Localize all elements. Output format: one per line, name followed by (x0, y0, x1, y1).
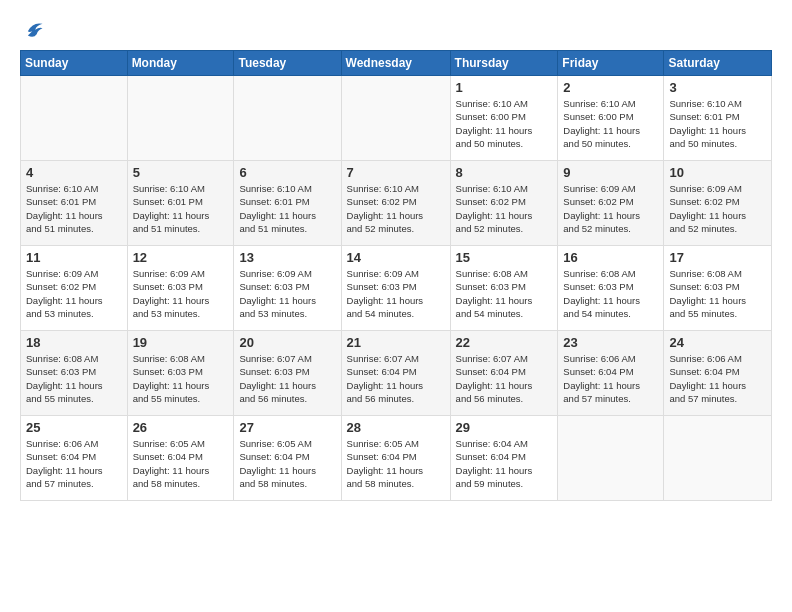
day-info: Sunrise: 6:08 AM Sunset: 6:03 PM Dayligh… (133, 352, 229, 405)
day-number: 17 (669, 250, 766, 265)
day-number: 15 (456, 250, 553, 265)
calendar-cell: 17Sunrise: 6:08 AM Sunset: 6:03 PM Dayli… (664, 246, 772, 331)
calendar-cell: 29Sunrise: 6:04 AM Sunset: 6:04 PM Dayli… (450, 416, 558, 501)
calendar-cell: 1Sunrise: 6:10 AM Sunset: 6:00 PM Daylig… (450, 76, 558, 161)
weekday-header: Monday (127, 51, 234, 76)
calendar-cell (234, 76, 341, 161)
day-info: Sunrise: 6:09 AM Sunset: 6:02 PM Dayligh… (669, 182, 766, 235)
day-number: 24 (669, 335, 766, 350)
day-info: Sunrise: 6:05 AM Sunset: 6:04 PM Dayligh… (239, 437, 335, 490)
calendar-cell (341, 76, 450, 161)
day-info: Sunrise: 6:05 AM Sunset: 6:04 PM Dayligh… (133, 437, 229, 490)
weekday-header: Tuesday (234, 51, 341, 76)
calendar-cell: 23Sunrise: 6:06 AM Sunset: 6:04 PM Dayli… (558, 331, 664, 416)
day-info: Sunrise: 6:10 AM Sunset: 6:01 PM Dayligh… (669, 97, 766, 150)
calendar-cell: 5Sunrise: 6:10 AM Sunset: 6:01 PM Daylig… (127, 161, 234, 246)
calendar-cell: 18Sunrise: 6:08 AM Sunset: 6:03 PM Dayli… (21, 331, 128, 416)
calendar-cell: 8Sunrise: 6:10 AM Sunset: 6:02 PM Daylig… (450, 161, 558, 246)
day-info: Sunrise: 6:07 AM Sunset: 6:04 PM Dayligh… (456, 352, 553, 405)
day-number: 23 (563, 335, 658, 350)
day-info: Sunrise: 6:10 AM Sunset: 6:01 PM Dayligh… (239, 182, 335, 235)
day-number: 6 (239, 165, 335, 180)
day-number: 19 (133, 335, 229, 350)
weekday-header: Sunday (21, 51, 128, 76)
day-info: Sunrise: 6:09 AM Sunset: 6:03 PM Dayligh… (239, 267, 335, 320)
day-number: 20 (239, 335, 335, 350)
calendar-week-row: 4Sunrise: 6:10 AM Sunset: 6:01 PM Daylig… (21, 161, 772, 246)
day-number: 10 (669, 165, 766, 180)
calendar-cell: 24Sunrise: 6:06 AM Sunset: 6:04 PM Dayli… (664, 331, 772, 416)
day-info: Sunrise: 6:07 AM Sunset: 6:03 PM Dayligh… (239, 352, 335, 405)
day-info: Sunrise: 6:10 AM Sunset: 6:01 PM Dayligh… (133, 182, 229, 235)
page: SundayMondayTuesdayWednesdayThursdayFrid… (0, 0, 792, 511)
calendar-cell (127, 76, 234, 161)
day-number: 1 (456, 80, 553, 95)
day-number: 5 (133, 165, 229, 180)
calendar-cell: 21Sunrise: 6:07 AM Sunset: 6:04 PM Dayli… (341, 331, 450, 416)
day-info: Sunrise: 6:08 AM Sunset: 6:03 PM Dayligh… (563, 267, 658, 320)
day-number: 12 (133, 250, 229, 265)
logo-bird-icon (22, 18, 44, 40)
calendar-cell: 26Sunrise: 6:05 AM Sunset: 6:04 PM Dayli… (127, 416, 234, 501)
calendar-week-row: 18Sunrise: 6:08 AM Sunset: 6:03 PM Dayli… (21, 331, 772, 416)
calendar-header-row: SundayMondayTuesdayWednesdayThursdayFrid… (21, 51, 772, 76)
weekday-header: Saturday (664, 51, 772, 76)
calendar-cell: 16Sunrise: 6:08 AM Sunset: 6:03 PM Dayli… (558, 246, 664, 331)
calendar-cell: 9Sunrise: 6:09 AM Sunset: 6:02 PM Daylig… (558, 161, 664, 246)
day-info: Sunrise: 6:10 AM Sunset: 6:00 PM Dayligh… (563, 97, 658, 150)
calendar-cell: 11Sunrise: 6:09 AM Sunset: 6:02 PM Dayli… (21, 246, 128, 331)
day-info: Sunrise: 6:10 AM Sunset: 6:01 PM Dayligh… (26, 182, 122, 235)
weekday-header: Wednesday (341, 51, 450, 76)
calendar-table: SundayMondayTuesdayWednesdayThursdayFrid… (20, 50, 772, 501)
day-info: Sunrise: 6:06 AM Sunset: 6:04 PM Dayligh… (669, 352, 766, 405)
day-number: 18 (26, 335, 122, 350)
calendar-cell: 10Sunrise: 6:09 AM Sunset: 6:02 PM Dayli… (664, 161, 772, 246)
day-info: Sunrise: 6:04 AM Sunset: 6:04 PM Dayligh… (456, 437, 553, 490)
calendar-cell: 3Sunrise: 6:10 AM Sunset: 6:01 PM Daylig… (664, 76, 772, 161)
weekday-header: Thursday (450, 51, 558, 76)
day-number: 4 (26, 165, 122, 180)
calendar-cell: 20Sunrise: 6:07 AM Sunset: 6:03 PM Dayli… (234, 331, 341, 416)
calendar-cell: 13Sunrise: 6:09 AM Sunset: 6:03 PM Dayli… (234, 246, 341, 331)
day-info: Sunrise: 6:10 AM Sunset: 6:00 PM Dayligh… (456, 97, 553, 150)
day-number: 27 (239, 420, 335, 435)
calendar-cell (21, 76, 128, 161)
day-number: 2 (563, 80, 658, 95)
calendar-cell (558, 416, 664, 501)
day-info: Sunrise: 6:09 AM Sunset: 6:02 PM Dayligh… (26, 267, 122, 320)
day-info: Sunrise: 6:10 AM Sunset: 6:02 PM Dayligh… (347, 182, 445, 235)
day-info: Sunrise: 6:06 AM Sunset: 6:04 PM Dayligh… (563, 352, 658, 405)
day-info: Sunrise: 6:06 AM Sunset: 6:04 PM Dayligh… (26, 437, 122, 490)
day-number: 9 (563, 165, 658, 180)
calendar-cell: 7Sunrise: 6:10 AM Sunset: 6:02 PM Daylig… (341, 161, 450, 246)
calendar-cell: 28Sunrise: 6:05 AM Sunset: 6:04 PM Dayli… (341, 416, 450, 501)
day-number: 3 (669, 80, 766, 95)
calendar-cell: 25Sunrise: 6:06 AM Sunset: 6:04 PM Dayli… (21, 416, 128, 501)
day-number: 28 (347, 420, 445, 435)
calendar-cell: 4Sunrise: 6:10 AM Sunset: 6:01 PM Daylig… (21, 161, 128, 246)
calendar-week-row: 1Sunrise: 6:10 AM Sunset: 6:00 PM Daylig… (21, 76, 772, 161)
day-number: 21 (347, 335, 445, 350)
day-info: Sunrise: 6:09 AM Sunset: 6:03 PM Dayligh… (133, 267, 229, 320)
calendar-cell (664, 416, 772, 501)
day-number: 13 (239, 250, 335, 265)
day-number: 16 (563, 250, 658, 265)
logo (20, 18, 44, 40)
calendar-cell: 15Sunrise: 6:08 AM Sunset: 6:03 PM Dayli… (450, 246, 558, 331)
calendar-week-row: 25Sunrise: 6:06 AM Sunset: 6:04 PM Dayli… (21, 416, 772, 501)
day-info: Sunrise: 6:09 AM Sunset: 6:03 PM Dayligh… (347, 267, 445, 320)
calendar-cell: 12Sunrise: 6:09 AM Sunset: 6:03 PM Dayli… (127, 246, 234, 331)
day-number: 25 (26, 420, 122, 435)
day-number: 8 (456, 165, 553, 180)
day-number: 29 (456, 420, 553, 435)
calendar-cell: 27Sunrise: 6:05 AM Sunset: 6:04 PM Dayli… (234, 416, 341, 501)
day-info: Sunrise: 6:07 AM Sunset: 6:04 PM Dayligh… (347, 352, 445, 405)
day-info: Sunrise: 6:08 AM Sunset: 6:03 PM Dayligh… (669, 267, 766, 320)
header (20, 18, 772, 40)
calendar-cell: 2Sunrise: 6:10 AM Sunset: 6:00 PM Daylig… (558, 76, 664, 161)
day-number: 7 (347, 165, 445, 180)
day-info: Sunrise: 6:10 AM Sunset: 6:02 PM Dayligh… (456, 182, 553, 235)
day-info: Sunrise: 6:09 AM Sunset: 6:02 PM Dayligh… (563, 182, 658, 235)
calendar-cell: 22Sunrise: 6:07 AM Sunset: 6:04 PM Dayli… (450, 331, 558, 416)
weekday-header: Friday (558, 51, 664, 76)
